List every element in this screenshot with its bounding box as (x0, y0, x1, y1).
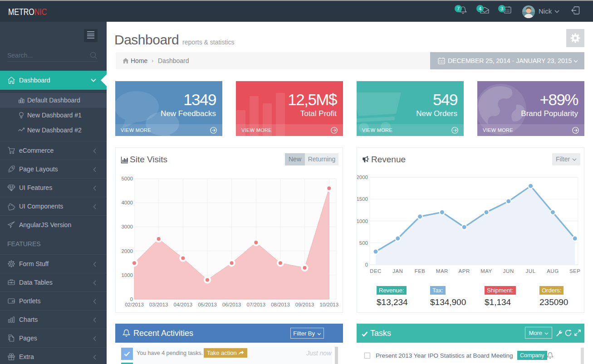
svg-text:10/2013: 10/2013 (320, 302, 339, 307)
svg-text:07/2013: 07/2013 (247, 302, 266, 307)
svg-text:5000: 5000 (121, 176, 133, 181)
svg-text:3000: 3000 (121, 224, 133, 229)
svg-text:JUN: JUN (503, 268, 514, 274)
svg-text:MAY: MAY (480, 268, 492, 274)
svg-text:06/2013: 06/2013 (222, 302, 241, 307)
svg-text:02/2013: 02/2013 (125, 302, 144, 307)
svg-text:08/2013: 08/2013 (271, 302, 290, 307)
svg-text:0: 0 (365, 262, 368, 267)
svg-text:2000: 2000 (121, 248, 133, 254)
svg-text:1000: 1000 (121, 272, 133, 278)
svg-text:05/2013: 05/2013 (198, 302, 217, 307)
svg-text:JUL: JUL (526, 268, 536, 274)
svg-text:500: 500 (359, 240, 368, 246)
svg-text:04/2013: 04/2013 (174, 302, 193, 307)
svg-text:03/2013: 03/2013 (149, 302, 168, 307)
svg-text:09/2013: 09/2013 (295, 302, 314, 307)
svg-text:FEB: FEB (415, 268, 426, 274)
svg-text:1000: 1000 (357, 218, 368, 224)
svg-text:JAN: JAN (392, 268, 403, 274)
svg-text:0: 0 (130, 296, 133, 302)
svg-text:1500: 1500 (357, 196, 368, 202)
svg-text:AUG: AUG (547, 268, 559, 274)
svg-text:APR: APR (459, 268, 470, 274)
svg-text:MAR: MAR (436, 268, 448, 274)
svg-text:DEC: DEC (370, 268, 382, 274)
svg-text:SEP: SEP (569, 268, 581, 274)
svg-text:4000: 4000 (121, 200, 133, 205)
svg-text:2000: 2000 (357, 175, 368, 180)
